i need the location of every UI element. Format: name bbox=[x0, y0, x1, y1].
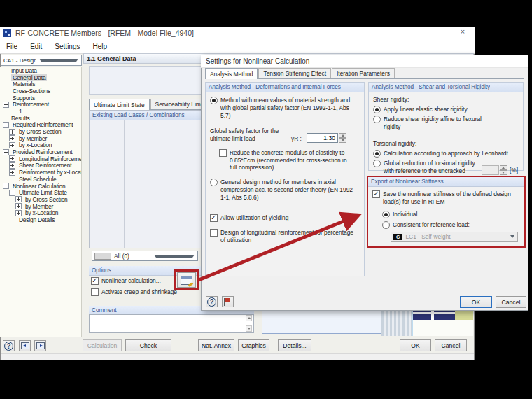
checkbox-unchecked-icon bbox=[210, 229, 218, 237]
expand-icon[interactable] bbox=[15, 210, 22, 216]
tree-item-reinforcement[interactable]: Reinforcement bbox=[0, 101, 81, 108]
consistent-radio[interactable]: Consistent for reference load: bbox=[382, 221, 519, 229]
collapse-icon[interactable] bbox=[3, 102, 9, 108]
tab-tension-stiffening[interactable]: Tension Stiffening Effect bbox=[258, 68, 331, 78]
color-swatch bbox=[94, 253, 111, 260]
checkbox-unchecked-icon bbox=[91, 288, 99, 296]
tree-item-nonlinear-calculation[interactable]: Nonlinear Calculation bbox=[0, 183, 81, 190]
dialog-ok-button[interactable]: OK bbox=[460, 296, 492, 308]
expand-icon[interactable] bbox=[9, 142, 15, 148]
tree-item-req-by-x-location[interactable]: by x-Location bbox=[0, 142, 81, 149]
check-button[interactable]: Check bbox=[125, 340, 172, 351]
tree-item-longitudinal-reinforcement[interactable]: Longitudinal Reinforcement bbox=[0, 155, 81, 162]
expand-icon[interactable] bbox=[15, 196, 22, 202]
tab-ultimate-limit-state[interactable]: Ultimate Limit State bbox=[89, 99, 150, 110]
menu-settings[interactable]: Settings bbox=[48, 43, 86, 50]
scroll-down-icon[interactable] bbox=[246, 326, 252, 332]
screen: RF-CONCRETE Members - [RFEM - Model File… bbox=[0, 0, 532, 399]
export-group-header: Export of Nonlinear Stiffness bbox=[368, 177, 524, 187]
tree-item-results[interactable]: Results bbox=[0, 115, 81, 122]
reduce-ecm-checkbox[interactable]: Reduce the concrete modulus of elasticit… bbox=[219, 149, 359, 172]
graphics-button[interactable]: Graphics bbox=[238, 340, 270, 351]
individual-radio[interactable]: Individual bbox=[382, 211, 519, 218]
dialog-units-button[interactable] bbox=[222, 296, 234, 307]
tree-item-provided-reinforcement[interactable]: Provided Reinforcement bbox=[0, 148, 81, 155]
collapse-icon[interactable] bbox=[3, 183, 9, 189]
expand-icon[interactable] bbox=[9, 129, 15, 135]
previous-table-button[interactable] bbox=[19, 340, 31, 351]
general-design-method-radio[interactable]: General design method for members in axi… bbox=[210, 178, 359, 202]
tree-item-reinforcement-1[interactable]: 1 bbox=[0, 108, 81, 115]
tree-item-design-details[interactable]: Design Details bbox=[0, 216, 81, 223]
global-safety-factor-row: Global safety factor for the ultimate li… bbox=[210, 127, 359, 143]
load-case-filter-combo[interactable]: All (0) bbox=[92, 251, 198, 261]
details-button[interactable]: Details... bbox=[278, 340, 312, 351]
comment-textarea[interactable] bbox=[89, 314, 254, 333]
checkbox-checked-icon bbox=[372, 190, 380, 198]
tree-item-reinforcement-by-x-location[interactable]: Reinforcement by x-Location bbox=[0, 169, 81, 176]
main-ok-button[interactable]: OK bbox=[400, 340, 431, 351]
expand-icon[interactable] bbox=[9, 135, 15, 141]
tree-item-materials[interactable]: Materials bbox=[0, 80, 81, 88]
design-longitudinal-checkbox[interactable]: Design of longitudinal reinforcement for… bbox=[210, 229, 359, 244]
export-nonlinear-stiffness-group: Export of Nonlinear Stiffness Save the n… bbox=[367, 176, 526, 248]
radio-unselected-icon bbox=[373, 115, 381, 123]
navigator-tree: Input Data General Data Materials Cross-… bbox=[0, 67, 82, 337]
menu-edit[interactable]: Edit bbox=[24, 43, 48, 50]
load-type-badge: G bbox=[393, 234, 402, 240]
help-icon: ? bbox=[207, 298, 216, 307]
tree-item-supports[interactable]: Supports bbox=[0, 94, 81, 102]
scroll-up-icon[interactable] bbox=[246, 315, 252, 321]
checkbox-unchecked-icon bbox=[219, 149, 227, 157]
menu-file[interactable]: File bbox=[0, 43, 24, 50]
dialog-help-button[interactable]: ? bbox=[206, 296, 218, 307]
tree-item-uls-by-x-location[interactable]: by x-Location bbox=[0, 209, 81, 216]
linear-shear-radio[interactable]: Apply linear elastic shear rigidity bbox=[373, 106, 518, 113]
affine-shear-radio[interactable]: Reduce shear rigidity affine to flexural… bbox=[373, 115, 518, 131]
gamma-input[interactable]: 1.30 bbox=[307, 133, 338, 143]
tree-item-required-reinforcement[interactable]: Required Reinforcement bbox=[0, 122, 81, 129]
nat-annex-button[interactable]: Nat. Annex bbox=[198, 340, 234, 351]
allow-yielding-checkbox[interactable]: Allow utilization of yielding bbox=[210, 214, 359, 222]
expand-icon[interactable] bbox=[15, 203, 22, 209]
radio-unselected-icon bbox=[382, 221, 390, 229]
tree-item-uls-by-member[interactable]: by Member bbox=[0, 203, 81, 210]
radio-selected-icon bbox=[382, 211, 390, 218]
tree-item-req-by-cross-section[interactable]: by Cross-Section bbox=[0, 128, 81, 135]
collapse-icon[interactable] bbox=[3, 149, 9, 155]
expand-icon[interactable] bbox=[9, 155, 15, 162]
radio-selected-icon bbox=[373, 106, 381, 113]
close-button[interactable]: × bbox=[454, 27, 472, 38]
nonlinear-calculation-checkbox[interactable]: Nonlinear calculation... bbox=[91, 277, 175, 285]
reference-load-combo: G LC1 - Self-weight bbox=[391, 232, 518, 242]
expand-icon[interactable] bbox=[9, 169, 15, 176]
tree-item-cross-sections[interactable]: Cross-Sections bbox=[0, 88, 81, 94]
collapse-icon[interactable] bbox=[3, 122, 9, 128]
tree-item-input-data[interactable]: Input Data bbox=[0, 67, 81, 74]
radio-unselected-icon bbox=[373, 160, 381, 167]
leonhardt-radio[interactable]: Calculation according to approach by Leo… bbox=[373, 150, 518, 158]
expand-icon[interactable] bbox=[9, 162, 15, 169]
gamma-spinner[interactable] bbox=[339, 133, 346, 143]
design-case-selector[interactable]: CA1 - Design of concrete members bbox=[1, 55, 82, 66]
comment-scrollbar[interactable] bbox=[245, 315, 253, 332]
tree-item-shear-reinforcement[interactable]: Shear Reinforcement bbox=[0, 162, 81, 169]
gamma-label: γR : bbox=[291, 135, 307, 143]
app-icon bbox=[4, 29, 11, 37]
help-button[interactable]: ? bbox=[3, 340, 15, 351]
dialog-cancel-button[interactable]: Cancel bbox=[496, 296, 526, 308]
tree-item-steel-schedule[interactable]: Steel Schedule bbox=[0, 176, 81, 183]
collapse-icon[interactable] bbox=[9, 190, 15, 196]
save-stiffness-checkbox[interactable]: Save the nonlinear stiffness of the defi… bbox=[372, 190, 519, 206]
tree-item-req-by-member[interactable]: by Member bbox=[0, 135, 81, 142]
tree-item-general-data[interactable]: General Data bbox=[0, 74, 81, 81]
main-cancel-button[interactable]: Cancel bbox=[435, 340, 467, 351]
tab-analysis-method[interactable]: Analysis Method bbox=[205, 68, 258, 79]
method-mean-values-radio[interactable]: Method with mean values of material stre… bbox=[210, 97, 359, 120]
tree-item-ultimate-limit-state[interactable]: Ultimate Limit State bbox=[0, 189, 81, 196]
tree-item-uls-by-cross-section[interactable]: by Cross-Section bbox=[0, 196, 81, 203]
dialog-separator bbox=[205, 293, 524, 293]
next-table-button[interactable] bbox=[34, 340, 46, 351]
menu-help[interactable]: Help bbox=[87, 43, 114, 50]
tab-iteration-parameters[interactable]: Iteration Parameters bbox=[332, 68, 395, 78]
